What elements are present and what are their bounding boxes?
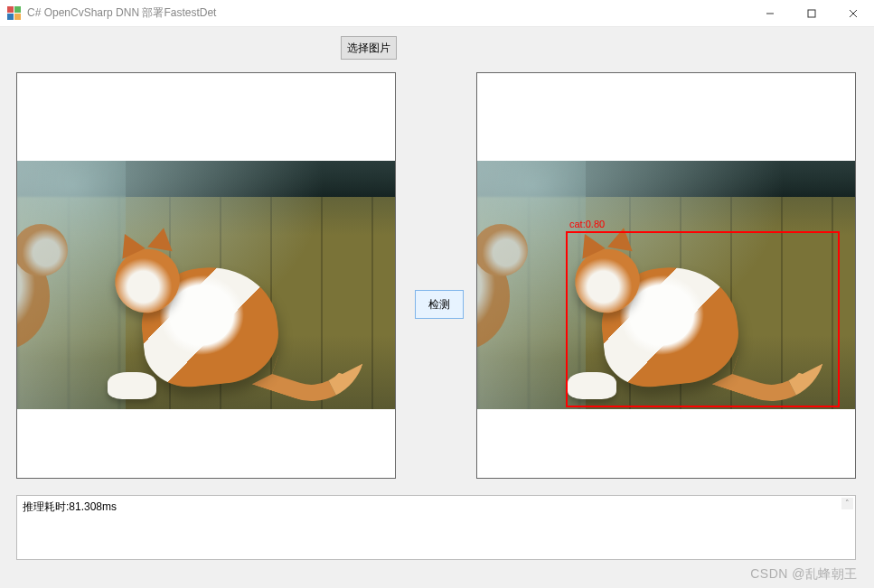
scroll-up-icon[interactable]: ˄ [841, 498, 853, 509]
svg-rect-1 [808, 10, 815, 17]
window-title: C# OpenCvSharp DNN 部署FastestDet [27, 5, 216, 21]
minimize-button[interactable] [749, 0, 791, 26]
select-image-button[interactable]: 选择图片 [341, 36, 397, 60]
source-image-box [16, 72, 396, 479]
detect-button[interactable]: 检测 [415, 290, 464, 319]
result-image-box: cat:0.80 [476, 72, 856, 479]
log-textbox[interactable]: 推理耗时:81.308ms ˄ [16, 495, 856, 560]
result-image: cat:0.80 [477, 161, 855, 409]
maximize-button[interactable] [791, 0, 832, 26]
close-button[interactable] [832, 0, 874, 26]
client-area: 选择图片 检测 [0, 27, 874, 588]
source-image [17, 161, 395, 409]
titlebar: C# OpenCvSharp DNN 部署FastestDet [0, 0, 874, 27]
app-icon [7, 6, 22, 21]
log-text: 推理耗时:81.308ms [23, 500, 117, 513]
window-buttons [749, 0, 874, 26]
watermark-text: CSDN @乱蜂朝王 [750, 566, 858, 583]
